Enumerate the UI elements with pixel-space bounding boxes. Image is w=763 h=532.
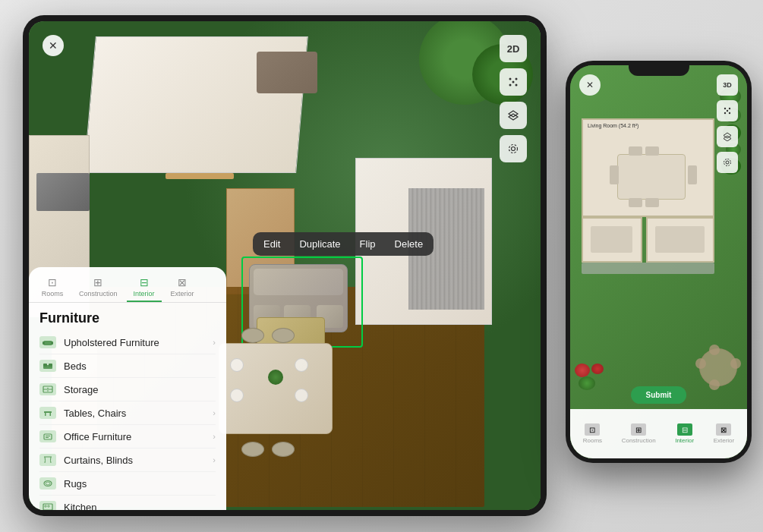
svg-point-34 <box>724 112 726 114</box>
svg-point-31 <box>727 110 728 112</box>
chair-top-2 <box>272 328 295 343</box>
panel-item-tables[interactable]: Tables, Chairs › <box>39 401 216 425</box>
fp-chair-b1 <box>629 198 642 207</box>
tab-exterior-label: Exterior <box>171 290 194 297</box>
tab-rooms[interactable]: ⊡ Rooms <box>35 273 70 302</box>
svg-point-38 <box>726 161 729 164</box>
context-edit-button[interactable]: Edit <box>254 234 289 254</box>
ipad-settings-button[interactable] <box>500 135 527 162</box>
svg-point-18 <box>47 390 49 392</box>
ipad-view-2d-button[interactable]: 2D <box>500 35 527 62</box>
dining-set <box>602 146 697 207</box>
iphone-grid-icon <box>723 106 732 115</box>
ipad-device: Edit Duplicate Flip Delete <box>23 15 547 516</box>
svg-point-33 <box>729 108 730 109</box>
svg-rect-11 <box>51 342 53 345</box>
green-plant <box>579 376 595 390</box>
tab-interior[interactable]: ⊟ Interior <box>127 273 162 302</box>
rugs-label: Rugs <box>64 478 216 490</box>
panel-tabs: ⊡ Rooms ⊞ Construction ⊟ Interior ⊠ Exte… <box>29 267 226 303</box>
office-icon <box>39 430 56 442</box>
outdoor-chair-1 <box>709 345 720 355</box>
iphone-device: Living Room (54.2 ft²) <box>566 61 752 463</box>
bottom-plants <box>575 364 605 390</box>
svg-point-4 <box>515 84 518 87</box>
svg-rect-20 <box>45 413 46 416</box>
tab-construction-label: Construction <box>79 290 118 297</box>
path <box>582 263 714 274</box>
iphone-notch <box>629 61 689 76</box>
svg-rect-10 <box>43 342 45 345</box>
svg-rect-13 <box>43 364 47 367</box>
iphone-rooms-label: Rooms <box>583 437 602 444</box>
tables-chevron: › <box>213 408 216 417</box>
iphone-close-button[interactable]: ✕ <box>579 74 601 96</box>
curtains-label: Curtains, Blinds <box>64 455 205 466</box>
iphone-nav-exterior[interactable]: ⊠ Exterior <box>714 423 735 444</box>
svg-point-17 <box>47 388 49 389</box>
rooms-tab-icon: ⊡ <box>48 276 57 288</box>
construction-tab-icon: ⊞ <box>93 276 102 288</box>
ipad-screen: Edit Duplicate Flip Delete <box>29 21 541 510</box>
iphone-exterior-icon: ⊠ <box>716 423 731 436</box>
svg-rect-23 <box>46 436 50 436</box>
iphone-submit-button[interactable]: Submit <box>631 386 687 404</box>
iphone-construction-icon: ⊞ <box>631 423 646 436</box>
panel-item-upholstered[interactable]: Upholstered Furniture › <box>39 331 216 354</box>
chair-top-1 <box>241 328 264 343</box>
upholstered-chevron: › <box>213 338 216 347</box>
panel-content: Furniture Upholstered Furniture › Beds <box>29 303 226 510</box>
storage-label: Storage <box>64 384 216 395</box>
panel-item-curtains[interactable]: Curtains, Blinds › <box>39 449 216 472</box>
place-setting-1 <box>230 358 244 372</box>
panel-item-rugs[interactable]: Rugs <box>39 472 216 496</box>
context-menu: Edit Duplicate Flip Delete <box>253 232 434 256</box>
svg-point-26 <box>44 481 52 486</box>
small-room <box>582 217 642 263</box>
context-duplicate-button[interactable]: Duplicate <box>290 234 349 254</box>
panel-item-beds[interactable]: Beds <box>39 354 216 378</box>
svg-point-1 <box>509 78 512 80</box>
panel-item-storage[interactable]: Storage <box>39 378 216 401</box>
svg-point-8 <box>509 145 518 153</box>
tab-construction[interactable]: ⊞ Construction <box>73 273 124 302</box>
iphone-settings-button[interactable] <box>717 152 738 173</box>
grid-icon <box>507 76 519 88</box>
tab-interior-label: Interior <box>134 290 155 297</box>
iphone-settings-icon <box>723 158 732 167</box>
kitchen-label: Kitchen <box>64 502 216 511</box>
app-container: Edit Duplicate Flip Delete <box>0 0 763 532</box>
fp-chair-t2 <box>645 146 659 156</box>
context-delete-button[interactable]: Delete <box>386 234 433 254</box>
panel-item-office[interactable]: Office Furniture › <box>39 425 216 449</box>
iphone-nav-rooms[interactable]: ⊡ Rooms <box>583 423 602 444</box>
interior-tab-icon: ⊟ <box>140 276 149 288</box>
close-icon: ✕ <box>49 39 58 52</box>
panel-item-kitchen[interactable]: Kitchen <box>39 496 216 510</box>
main-room: Living Room (54.2 ft²) <box>582 118 714 217</box>
svg-rect-24 <box>46 437 49 438</box>
table-plant <box>268 370 283 385</box>
iphone-grid-button[interactable] <box>717 100 738 121</box>
ipad-close-button[interactable]: ✕ <box>43 35 64 56</box>
tables-icon <box>39 407 56 419</box>
svg-point-0 <box>512 81 515 83</box>
svg-rect-21 <box>50 413 52 416</box>
office-label: Office Furniture <box>64 431 205 442</box>
iphone-nav-interior[interactable]: ⊟ Interior <box>675 423 694 444</box>
ipad-layers-button[interactable] <box>500 102 527 129</box>
tab-rooms-label: Rooms <box>42 290 64 297</box>
iphone-nav-construction[interactable]: ⊞ Construction <box>622 423 656 444</box>
place-setting-2 <box>295 358 308 372</box>
upholstered-icon <box>39 336 56 348</box>
tab-exterior[interactable]: ⊠ Exterior <box>165 273 200 302</box>
outdoor-chair-2 <box>709 379 720 390</box>
iphone-exterior-label: Exterior <box>714 437 735 444</box>
bed-furniture <box>257 52 317 93</box>
ipad-grid-button[interactable] <box>500 68 527 96</box>
iphone-layers-button[interactable] <box>717 126 738 147</box>
svg-point-32 <box>724 108 726 109</box>
iphone-view-3d-button[interactable]: 3D <box>717 74 738 96</box>
context-flip-button[interactable]: Flip <box>351 234 385 254</box>
iphone-interior-label: Interior <box>675 437 694 444</box>
